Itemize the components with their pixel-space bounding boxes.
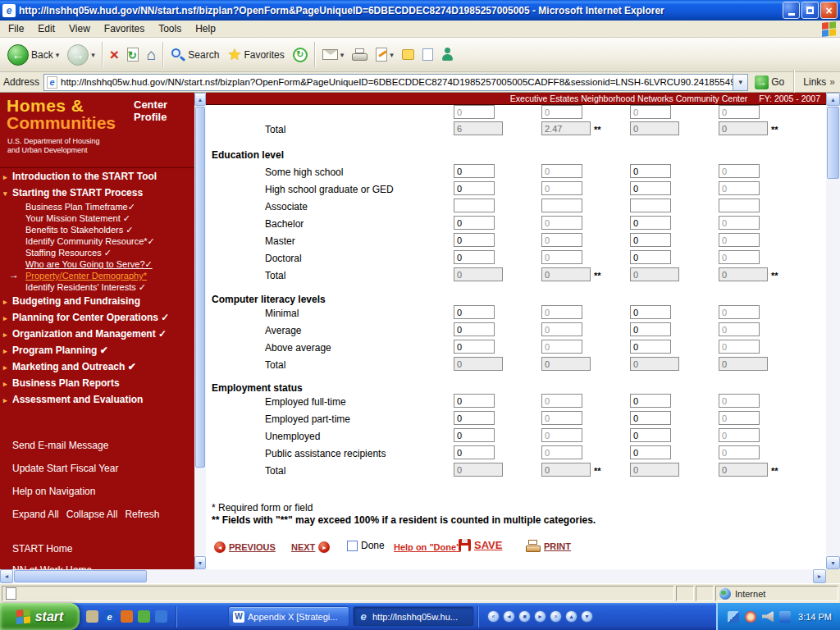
edit-button[interactable]: ▾: [372, 39, 398, 70]
next-button[interactable]: NEXT ►: [291, 541, 330, 553]
count-input[interactable]: [630, 199, 671, 212]
research-button[interactable]: [418, 39, 437, 70]
expand-all-link[interactable]: Expand All: [12, 509, 59, 520]
scrollbar-thumb[interactable]: [14, 570, 147, 582]
refresh-link[interactable]: Refresh: [125, 509, 159, 520]
scroll-left-button[interactable]: ◄: [0, 569, 13, 583]
volume-tray-icon[interactable]: [762, 611, 774, 623]
favorites-button[interactable]: ★ Favorites: [223, 39, 288, 70]
count-input[interactable]: [454, 411, 495, 425]
count-input[interactable]: [454, 394, 495, 408]
back-dropdown-icon[interactable]: ▾: [56, 51, 60, 59]
sidebar-item-starting-process[interactable]: ▾Starting the START Process: [0, 185, 194, 201]
sidebar-subitem-residents-interests[interactable]: Identify Residents' Interests ✓: [0, 281, 194, 293]
count-input[interactable]: [630, 411, 671, 425]
scroll-up-button[interactable]: ▲: [826, 93, 840, 106]
print-button[interactable]: [348, 39, 372, 70]
menu-edit[interactable]: Edit: [38, 23, 55, 34]
count-input[interactable]: [630, 322, 671, 336]
count-input[interactable]: [630, 105, 671, 119]
scrollbar-thumb[interactable]: [827, 107, 839, 179]
scroll-right-button[interactable]: ►: [813, 569, 826, 583]
sidebar-link-send-email[interactable]: Send E-mail Message: [0, 438, 194, 454]
page-scrollbar[interactable]: ▲ ▼: [826, 93, 840, 569]
forward-button[interactable]: → ▾: [63, 39, 99, 70]
sidebar-item-program-planning[interactable]: ▸Program Planning ✔: [0, 342, 194, 358]
taskbar-clock[interactable]: 3:14 PM: [797, 612, 832, 622]
count-input[interactable]: [454, 164, 495, 178]
count-input[interactable]: [454, 445, 495, 459]
media-control-icon[interactable]: ■: [518, 610, 531, 623]
count-input[interactable]: [630, 181, 671, 195]
media-control-icon[interactable]: ►: [534, 610, 546, 623]
count-input[interactable]: [454, 250, 495, 264]
media-control-icon[interactable]: ▲: [565, 610, 578, 623]
media-control-icon[interactable]: «: [487, 610, 500, 623]
horizontal-scrollbar[interactable]: ◄ ►: [0, 569, 826, 583]
count-input[interactable]: [630, 428, 671, 442]
scroll-down-button[interactable]: ▼: [194, 556, 206, 569]
home-button[interactable]: ⌂: [143, 39, 160, 70]
sidebar-item-organization-management[interactable]: ▸Organization and Management ✓: [0, 326, 194, 342]
sidebar-link-help-navigation[interactable]: Help on Navigation: [0, 484, 194, 500]
print-link[interactable]: PRINT: [526, 540, 571, 552]
sidebar-item-introduction[interactable]: ▸Introduction to the START Tool: [0, 168, 194, 185]
media-control-icon[interactable]: »: [550, 610, 562, 623]
menu-favorites[interactable]: Favorites: [104, 23, 144, 34]
count-input[interactable]: [454, 181, 495, 195]
menu-file[interactable]: File: [8, 23, 24, 34]
count-input[interactable]: [630, 216, 671, 230]
sidebar-subitem-benefits-stakeholders[interactable]: Benefits to Stakeholders ✓: [0, 224, 194, 235]
sidebar-item-center-operations[interactable]: ▸Planning for Center Operations ✓: [0, 309, 194, 326]
close-button[interactable]: ×: [820, 2, 838, 19]
go-button[interactable]: → Go: [752, 75, 787, 89]
task-button-word-document[interactable]: W Appendix X [Strategi...: [228, 606, 349, 627]
count-input[interactable]: [454, 305, 495, 319]
count-input[interactable]: [454, 233, 495, 247]
menu-view[interactable]: View: [69, 23, 90, 34]
sidebar-subitem-who-to-serve[interactable]: Who are You Going to Serve?✓: [0, 258, 194, 270]
back-button[interactable]: ← Back ▾: [3, 39, 63, 70]
refresh-button[interactable]: ↻: [123, 39, 143, 70]
media-control-icon[interactable]: ◄: [503, 610, 515, 623]
display-tray-icon[interactable]: [779, 611, 791, 623]
menu-help[interactable]: Help: [195, 23, 216, 34]
done-checkbox[interactable]: [347, 541, 358, 551]
count-input[interactable]: [630, 164, 671, 178]
scroll-up-button[interactable]: ▲: [194, 93, 206, 106]
quick-launch-icon[interactable]: e: [103, 610, 116, 623]
count-input[interactable]: [454, 216, 495, 230]
start-button[interactable]: start: [0, 603, 80, 630]
sidebar-subitem-business-plan-timeframe[interactable]: Business Plan Timeframe✓: [0, 201, 194, 212]
menu-tools[interactable]: Tools: [158, 23, 181, 34]
edit-dropdown-icon[interactable]: ▾: [390, 51, 394, 59]
quick-launch-icon[interactable]: [86, 610, 98, 623]
stop-button[interactable]: ×: [106, 39, 123, 70]
antivirus-tray-icon[interactable]: [745, 611, 756, 623]
sidebar-item-marketing-outreach[interactable]: ▸Marketing and Outreach ✔: [0, 358, 194, 375]
mail-button[interactable]: ▾: [318, 39, 349, 70]
media-control-icon[interactable]: ▼: [581, 610, 593, 623]
network-tray-icon[interactable]: [728, 611, 739, 623]
count-input[interactable]: [454, 105, 495, 119]
history-button[interactable]: ↻: [289, 39, 312, 70]
count-input[interactable]: [454, 340, 495, 354]
address-input[interactable]: e http://lnshhq05w.hud.gov/NN/start.nsf/…: [43, 74, 748, 91]
sidebar-subitem-community-resource[interactable]: Identify Community Resource*✓: [0, 235, 194, 247]
maximize-button[interactable]: [801, 2, 819, 19]
help-on-done-link[interactable]: Help on "Done": [394, 542, 460, 552]
save-button[interactable]: SAVE: [459, 539, 502, 551]
count-input[interactable]: [630, 305, 671, 319]
sidebar-subitem-staffing-resources[interactable]: Staffing Resources ✓: [0, 247, 194, 258]
minimize-button[interactable]: [783, 2, 800, 19]
address-dropdown-button[interactable]: ▾: [733, 75, 747, 90]
task-button-internet-explorer-active[interactable]: e http://lnshhq05w.hu...: [353, 606, 474, 627]
count-input[interactable]: [630, 233, 671, 247]
search-button[interactable]: Search: [167, 39, 223, 70]
count-input[interactable]: [630, 250, 671, 264]
discuss-button[interactable]: [398, 39, 418, 70]
sidebar-link-update-fiscal-year[interactable]: Update Start Fiscal Year: [0, 461, 194, 477]
sidebar-item-budgeting[interactable]: ▸Budgeting and Fundraising: [0, 293, 194, 309]
count-input[interactable]: [454, 199, 495, 212]
count-input[interactable]: [454, 322, 495, 336]
